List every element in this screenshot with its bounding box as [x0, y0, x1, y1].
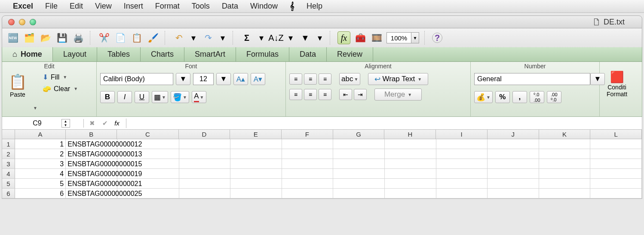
paste-icon[interactable]: 📋	[130, 31, 143, 44]
cell-F3[interactable]	[282, 159, 334, 169]
cell-D2[interactable]	[179, 149, 231, 159]
cell-K1[interactable]	[539, 139, 591, 149]
cell-D3[interactable]	[179, 159, 231, 169]
cell-D6[interactable]	[179, 189, 231, 198]
row-header[interactable]: 1	[2, 139, 15, 149]
cell-I6[interactable]	[436, 189, 488, 198]
conditional-formatting-button[interactable]: 🟥 Conditi Formatt	[603, 62, 631, 98]
toolbox-icon[interactable]: 🧰	[354, 31, 367, 44]
cell-E1[interactable]	[230, 139, 282, 149]
cell-C2[interactable]	[117, 149, 179, 159]
cell-A3[interactable]: 3	[15, 159, 66, 169]
col-header-D[interactable]: D	[179, 130, 230, 139]
cell-B3[interactable]: ENSBTAG00000000015	[66, 159, 117, 169]
cell-F5[interactable]	[282, 179, 334, 189]
increase-indent-button[interactable]: ⇥	[354, 89, 367, 100]
name-box-stepper[interactable]: ▲▼	[61, 119, 70, 128]
decrease-font-icon[interactable]: A▾	[251, 73, 265, 85]
tab-layout[interactable]: Layout	[53, 47, 97, 61]
cell-D5[interactable]	[179, 179, 231, 189]
filter-dropdown-icon[interactable]: ▾	[315, 31, 325, 44]
font-size-input[interactable]: 12	[193, 73, 214, 85]
close-window-button[interactable]	[8, 19, 15, 25]
format-painter-icon[interactable]: 🖌️	[147, 31, 159, 44]
menu-tools[interactable]: Tools	[192, 2, 210, 11]
cell-F4[interactable]	[282, 169, 334, 179]
col-header-B[interactable]: B	[66, 130, 117, 139]
cell-E3[interactable]	[230, 159, 282, 169]
cell-J5[interactable]	[488, 179, 539, 189]
cell-L1[interactable]	[590, 139, 642, 149]
menu-help[interactable]: Help	[307, 2, 322, 11]
cell-I1[interactable]	[436, 139, 488, 149]
col-header-J[interactable]: J	[488, 130, 539, 139]
cell-A5[interactable]: 5	[15, 179, 66, 189]
cancel-formula-icon[interactable]: ✖	[87, 119, 97, 128]
autosum-icon[interactable]: Σ	[240, 31, 253, 44]
cell-D4[interactable]	[179, 169, 231, 179]
cell-L2[interactable]	[590, 149, 642, 159]
menu-view[interactable]: View	[95, 2, 112, 11]
row-header[interactable]: 6	[2, 189, 15, 198]
wrap-text-button[interactable]: ↩Wrap Text▼	[368, 73, 428, 85]
currency-button[interactable]: 💰▼	[474, 91, 493, 103]
row-header[interactable]: 4	[2, 169, 15, 179]
menu-edit[interactable]: Edit	[70, 2, 83, 11]
cell-L4[interactable]	[590, 169, 642, 179]
script-menu-icon[interactable]: 𝄞	[290, 2, 294, 11]
align-bottom-button[interactable]: ≡	[319, 73, 331, 85]
cell-E6[interactable]	[230, 189, 282, 198]
row-header[interactable]: 5	[2, 179, 15, 189]
col-header-I[interactable]: I	[436, 130, 488, 139]
cell-G6[interactable]	[333, 189, 385, 198]
cell-H6[interactable]	[385, 189, 436, 198]
templates-icon[interactable]: 🗂️	[23, 31, 36, 44]
cell-L3[interactable]	[590, 159, 642, 169]
menu-data[interactable]: Data	[222, 2, 238, 11]
minimize-window-button[interactable]	[19, 19, 25, 25]
sort-icon[interactable]: A↓Z	[270, 31, 282, 44]
cell-H2[interactable]	[385, 149, 436, 159]
cell-J1[interactable]	[488, 139, 539, 149]
select-all-corner[interactable]	[2, 130, 15, 139]
menu-window[interactable]: Window	[250, 2, 278, 11]
cell-B1[interactable]: ENSBTAG00000000012	[66, 139, 117, 149]
col-header-G[interactable]: G	[333, 130, 385, 139]
font-name-dropdown-icon[interactable]: ▼	[176, 73, 190, 85]
zoom-window-button[interactable]	[30, 19, 36, 25]
autosum-dropdown-icon[interactable]: ▾	[257, 31, 266, 44]
tab-formulas[interactable]: Formulas	[236, 47, 289, 61]
cell-G4[interactable]	[333, 169, 385, 179]
increase-font-icon[interactable]: A▴	[233, 73, 248, 85]
font-name-select[interactable]: Calibri (Body)	[100, 73, 173, 85]
menu-insert[interactable]: Insert	[124, 2, 143, 11]
sort-dropdown-icon[interactable]: ▾	[286, 31, 295, 44]
cell-J4[interactable]	[488, 169, 539, 179]
cell-I3[interactable]	[436, 159, 488, 169]
menu-file[interactable]: File	[45, 2, 58, 11]
redo-dropdown-icon[interactable]: ▾	[218, 31, 227, 44]
enter-formula-icon[interactable]: ✔	[100, 119, 110, 128]
undo-icon[interactable]: ↶	[172, 31, 185, 44]
cell-G1[interactable]	[333, 139, 385, 149]
cell-C4[interactable]	[117, 169, 179, 179]
zoom-control[interactable]: ▼	[386, 32, 419, 43]
cell-F2[interactable]	[282, 149, 334, 159]
row-header[interactable]: 2	[2, 149, 15, 159]
zoom-input[interactable]	[387, 34, 411, 42]
font-size-dropdown-icon[interactable]: ▼	[216, 73, 231, 85]
cell-H5[interactable]	[385, 179, 436, 189]
help-icon[interactable]: ?	[432, 33, 442, 43]
paste-button[interactable]: 📋 Paste	[6, 73, 30, 98]
number-format-select[interactable]: General	[474, 73, 590, 85]
cell-L5[interactable]	[590, 179, 642, 189]
align-middle-button[interactable]: ≡	[304, 73, 317, 85]
fill-color-button[interactable]: 🪣▼	[171, 91, 189, 103]
cell-J3[interactable]	[488, 159, 539, 169]
formula-input[interactable]	[126, 119, 642, 127]
cell-F6[interactable]	[282, 189, 334, 198]
percent-button[interactable]: %	[495, 91, 510, 103]
copy-icon[interactable]: 📄	[114, 31, 127, 44]
cell-B2[interactable]: ENSBTAG00000000013	[66, 149, 117, 159]
cell-C3[interactable]	[117, 159, 179, 169]
